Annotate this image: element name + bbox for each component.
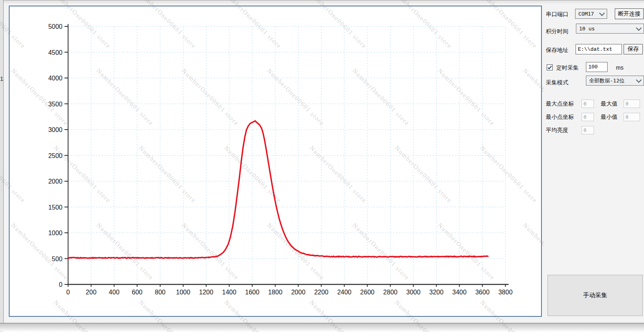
window-left-edge [0, 0, 4, 323]
min-coord-label: 最小点坐标 [546, 114, 574, 121]
integration-time-value: 10 us [579, 26, 595, 32]
disconnect-button[interactable]: 断开连接 [615, 8, 644, 19]
serial-port-value: COM17 [578, 11, 594, 17]
svg-text:3200: 3200 [429, 289, 444, 296]
integration-time-label: 积分时间 [546, 28, 568, 35]
window-shadow [0, 324, 644, 332]
window-top-edge [0, 0, 644, 3]
manual-capture-button[interactable]: 手动采集 [547, 275, 643, 316]
timed-capture-checkbox[interactable] [547, 64, 553, 70]
svg-text:3500: 3500 [48, 101, 62, 108]
save-path-label: 保存地址 [546, 47, 568, 54]
chevron-down-icon [599, 10, 605, 16]
svg-text:1000: 1000 [176, 289, 191, 296]
svg-text:2000: 2000 [48, 178, 62, 185]
app-window: 1 NumberOne00601 storeNumberOne00601 sto… [0, 0, 644, 332]
svg-text:1000: 1000 [48, 230, 62, 236]
save-path-input[interactable]: E:\\dat.txt [576, 44, 622, 54]
svg-text:3400: 3400 [452, 289, 467, 296]
svg-text:1400: 1400 [222, 289, 237, 296]
avg-brightness-label: 平均亮度 [546, 127, 568, 134]
max-coord-field: 0 [582, 100, 594, 108]
svg-text:1600: 1600 [245, 289, 260, 296]
timed-capture-label: 定时采集 [556, 64, 579, 72]
serial-port-label: 串口端口 [546, 11, 568, 18]
svg-text:3000: 3000 [406, 289, 421, 296]
svg-text:2600: 2600 [360, 289, 374, 296]
svg-text:2500: 2500 [48, 152, 62, 159]
svg-text:4500: 4500 [48, 49, 62, 56]
capture-mode-select[interactable]: 全部数据-12位 [586, 76, 644, 86]
svg-text:1500: 1500 [48, 204, 62, 211]
svg-text:3000: 3000 [48, 126, 62, 133]
svg-text:3600: 3600 [475, 289, 490, 296]
interval-unit-label: ms [616, 64, 624, 71]
save-button[interactable]: 保存 [624, 44, 643, 54]
svg-text:0: 0 [66, 289, 70, 296]
chevron-down-icon [636, 25, 642, 30]
svg-text:600: 600 [132, 289, 143, 296]
svg-text:0: 0 [59, 281, 62, 288]
integration-time-select[interactable]: 10 us [576, 24, 644, 34]
svg-text:4000: 4000 [48, 75, 62, 82]
check-icon [547, 65, 552, 70]
svg-text:5000: 5000 [48, 23, 62, 30]
svg-text:500: 500 [52, 256, 62, 262]
svg-text:400: 400 [109, 289, 120, 296]
max-coord-label: 最大点坐标 [546, 100, 574, 108]
svg-text:2000: 2000 [291, 289, 306, 296]
svg-text:2200: 2200 [314, 289, 328, 296]
interval-input[interactable]: 100 [586, 62, 608, 72]
min-value-field: 0 [624, 113, 640, 121]
svg-text:1200: 1200 [199, 289, 213, 296]
svg-text:2800: 2800 [383, 289, 398, 296]
signal-plot: 0200400600800100012001400160018002000220… [9, 6, 542, 317]
chevron-down-icon [636, 77, 642, 82]
capture-mode-value: 全部数据-12位 [589, 77, 624, 84]
svg-text:1800: 1800 [268, 289, 282, 296]
serial-port-select[interactable]: COM17 [575, 9, 607, 19]
min-coord-field: 0 [582, 113, 594, 121]
svg-text:3800: 3800 [498, 289, 513, 296]
min-value-label: 最小值 [601, 114, 618, 121]
max-value-label: 最大值 [601, 100, 618, 108]
stray-text: 1 [0, 75, 3, 82]
svg-text:2400: 2400 [337, 289, 352, 296]
max-value-field: 0 [624, 100, 640, 108]
avg-brightness-field: 0 [582, 126, 594, 134]
svg-text:200: 200 [86, 289, 97, 296]
svg-text:800: 800 [155, 289, 166, 296]
capture-mode-label: 采集模式 [546, 79, 568, 86]
